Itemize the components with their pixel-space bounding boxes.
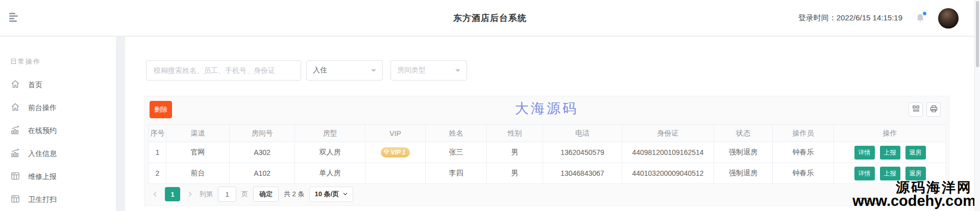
- app-root: 东方酒店后台系统 登录时间：2022/6/15 14:15:19 日常操作 首页…: [0, 0, 980, 211]
- sidebar-item-label: 维修上报: [28, 172, 57, 181]
- search-input[interactable]: [146, 60, 301, 81]
- sidebar-item-label: 卫生打扫: [28, 195, 57, 204]
- confirm-button[interactable]: 确定: [253, 187, 279, 202]
- table-header-row: 序号 渠道 房间号 房型 VIP 姓名 性别 电话 身份证 状态 操作员 操作: [149, 125, 946, 142]
- sidebar: 日常操作 首页 前台操作 在线预约 入住信息 维修上报 卫生打扫: [0, 37, 116, 211]
- sidebar-item-checkin-info[interactable]: 入住信息: [0, 142, 116, 165]
- login-time-value: 2022/6/15 14:15:19: [837, 13, 902, 22]
- col-id-card: 身份证: [622, 125, 714, 142]
- header-right-cluster: 登录时间：2022/6/15 14:15:19: [798, 0, 959, 36]
- table-tools: [909, 102, 941, 117]
- page-size-select[interactable]: 10 条/页: [309, 187, 353, 202]
- col-gender: 性别: [487, 125, 543, 142]
- cell-operator: 钟春乐: [773, 163, 834, 184]
- page-size-value: 10 条/页: [314, 190, 339, 199]
- cell-index: 2: [149, 163, 166, 184]
- top-header: 东方酒店后台系统 登录时间：2022/6/15 14:15:19: [0, 0, 980, 36]
- cell-vip: VIP 1: [365, 142, 426, 163]
- sidebar-item-label: 在线预约: [28, 126, 57, 136]
- goto-label: 到第: [200, 190, 213, 199]
- sidebar-item-label: 首页: [28, 81, 42, 90]
- cell-phone: 13046843067: [543, 163, 622, 184]
- col-vip: VIP: [365, 125, 426, 142]
- checkout-button[interactable]: 退房: [905, 146, 926, 160]
- cell-room-type: 单人房: [295, 163, 365, 184]
- cell-status: 强制退房: [714, 163, 773, 184]
- vip-badge-label: VIP 1: [391, 149, 406, 156]
- cell-name: 张三: [426, 142, 487, 163]
- home-icon: [10, 102, 20, 114]
- pagination: 1 到第 页 确定 共 2 条 10 条/页: [151, 187, 353, 202]
- col-room-type: 房型: [295, 125, 365, 142]
- cell-id-card: 440103200009040512: [622, 163, 714, 184]
- vip-badge: VIP 1: [381, 147, 410, 157]
- notification-badge: [922, 11, 927, 16]
- notification-bell-icon[interactable]: [915, 12, 926, 24]
- sidebar-section-label: 日常操作: [0, 37, 116, 73]
- page-number-current[interactable]: 1: [165, 187, 180, 201]
- print-button[interactable]: [926, 102, 941, 117]
- detail-button[interactable]: 详情: [854, 167, 875, 180]
- col-index: 序号: [149, 125, 166, 142]
- next-page-icon[interactable]: [185, 187, 194, 201]
- room-type-select[interactable]: 房间类型: [390, 60, 467, 81]
- sidebar-item-online-booking[interactable]: 在线预约: [0, 119, 116, 142]
- col-name: 姓名: [426, 125, 487, 142]
- cell-index: 1: [149, 142, 166, 163]
- grid-calendar-icon: [10, 194, 20, 205]
- user-avatar[interactable]: [938, 8, 959, 29]
- cell-status: 强制退房: [714, 142, 773, 163]
- column-settings-button[interactable]: [909, 102, 923, 117]
- col-actions: 操作: [834, 125, 946, 142]
- chevron-down-icon: [371, 69, 376, 74]
- grid-calendar-icon: [10, 171, 20, 182]
- col-phone: 电话: [543, 125, 622, 142]
- vertical-scrollbar[interactable]: [974, 0, 980, 211]
- printer-icon: [929, 104, 938, 115]
- chart-icon: [10, 148, 20, 160]
- chart-icon: [10, 125, 20, 137]
- report-button[interactable]: 上报: [880, 146, 900, 160]
- sidebar-item-home[interactable]: 首页: [0, 73, 116, 96]
- cell-channel: 前台: [166, 163, 230, 184]
- col-operator: 操作员: [773, 125, 834, 142]
- scrollbar-thumb[interactable]: [976, 1, 979, 67]
- chevron-down-icon: [342, 191, 348, 198]
- chevron-down-icon: [455, 69, 460, 74]
- cell-gender: 男: [487, 142, 543, 163]
- cell-vip: [365, 163, 426, 184]
- login-time-label: 登录时间：: [798, 13, 837, 22]
- columns-icon: [912, 104, 920, 115]
- goto-page-input[interactable]: [218, 187, 236, 202]
- checkin-table: 序号 渠道 房间号 房型 VIP 姓名 性别 电话 身份证 状态 操作员 操作 …: [149, 124, 946, 184]
- login-time: 登录时间：2022/6/15 14:15:19: [798, 13, 902, 23]
- total-count: 共 2 条: [284, 190, 304, 199]
- card-title: 大海源码: [144, 99, 949, 118]
- cell-channel: 官网: [166, 142, 230, 163]
- gem-icon: [383, 149, 389, 156]
- cell-id-card: 440981200109162514: [622, 142, 714, 163]
- col-room: 房间号: [230, 125, 295, 142]
- sidebar-item-frontdesk[interactable]: 前台操作: [0, 96, 116, 119]
- cell-room-type: 双人房: [295, 142, 365, 163]
- cell-room: A302: [230, 142, 295, 163]
- col-channel: 渠道: [166, 125, 230, 142]
- cell-name: 李四: [426, 163, 487, 184]
- checkin-status-select[interactable]: 入住: [306, 60, 383, 81]
- sidebar-item-maintenance-report[interactable]: 维修上报: [0, 165, 116, 188]
- cell-phone: 13620450579: [543, 142, 622, 163]
- room-type-placeholder: 房间类型: [397, 66, 426, 75]
- table-row: 1 官网 A302 双人房 VIP 1 张三 男 13620450579 440…: [149, 142, 946, 163]
- checkin-table-card: 删除 大海源码 序号 渠道 房间号 房型 V: [144, 96, 949, 206]
- cell-gender: 男: [487, 163, 543, 184]
- table-row: 2 前台 A102 单人房 李四 男 13046843067 440103200…: [149, 163, 946, 184]
- cell-room: A102: [230, 163, 295, 184]
- sidebar-item-label: 前台操作: [28, 103, 57, 113]
- cell-operator: 钟春乐: [773, 142, 834, 163]
- cell-actions: 详情上报退房: [834, 142, 946, 163]
- prev-page-icon[interactable]: [151, 187, 160, 201]
- sidebar-item-cleaning[interactable]: 卫生打扫: [0, 188, 116, 211]
- detail-button[interactable]: 详情: [854, 146, 875, 160]
- watermark-url: www.codehy.com: [852, 193, 976, 209]
- checkin-status-value: 入住: [313, 66, 327, 75]
